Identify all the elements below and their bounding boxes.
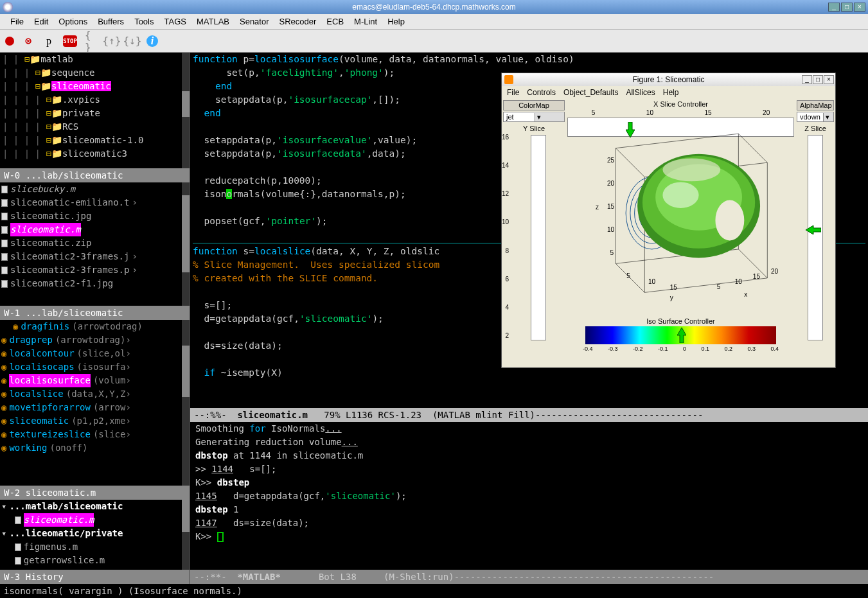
matlab-shell[interactable]: Smoothing for IsoNormals...Generating re…: [190, 422, 868, 570]
tree-item[interactable]: | | | ⊟📁sequence: [0, 66, 190, 80]
shell-line: K>> dbstep: [195, 476, 863, 489]
menu-help[interactable]: Help: [382, 15, 410, 28]
function-item[interactable]: ◉movetipforarrow (arrow›: [0, 401, 190, 414]
fig-maximize-button[interactable]: □: [813, 75, 823, 84]
function-item[interactable]: ◉localisosurface (volum›: [0, 374, 190, 387]
menu-srecoder[interactable]: SRecoder: [274, 15, 322, 28]
scrollbar[interactable]: [182, 500, 190, 570]
tree-item[interactable]: | | ⊟📁matlab: [0, 53, 190, 66]
function-item[interactable]: ◉textureizeslice (slice›: [0, 428, 190, 441]
shell-line: K>>: [195, 530, 863, 543]
file-item[interactable]: slicebucky.m: [0, 182, 190, 196]
file-item[interactable]: sliceomatic-emiliano.t›: [0, 196, 190, 209]
fig-minimize-button[interactable]: _: [802, 75, 812, 84]
svg-text:10: 10: [607, 226, 615, 233]
menu-tools[interactable]: Tools: [129, 15, 159, 28]
tree-item[interactable]: | | | ⊟📁sliceomatic: [0, 80, 190, 93]
scrollbar[interactable]: [182, 53, 190, 168]
file-item[interactable]: sliceomatic2-3frames.p›: [0, 263, 190, 277]
function-item[interactable]: ◉working (onoff): [0, 441, 190, 455]
braces-up-icon[interactable]: {↑}: [105, 35, 118, 48]
chevron-down-icon: ▾: [535, 113, 565, 121]
tree-item[interactable]: | | | | ⊟📁sliceomatic-1.0: [0, 134, 190, 147]
file-icon: [15, 557, 21, 565]
file-item[interactable]: sliceomatic2-f1.jpg: [0, 277, 190, 290]
file-icon: [1, 280, 8, 288]
file-icon: [15, 543, 21, 551]
maximize-button[interactable]: □: [841, 3, 853, 12]
menu-options[interactable]: Options: [53, 15, 93, 28]
axes-3d[interactable]: 25 20 15 10 5 z 51015 y 5101520 x: [572, 125, 789, 316]
file-item[interactable]: sliceomatic.jpg: [0, 209, 190, 223]
buffer-item[interactable]: getarrowslice.m: [0, 554, 190, 567]
menu-buffers[interactable]: Buffers: [93, 15, 129, 28]
modeline-w1: W-1 ...lab/sliceomatic: [0, 306, 190, 320]
figure-window[interactable]: Figure 1: Sliceomatic _ □ × File Control…: [501, 73, 836, 368]
scrollbar[interactable]: [182, 182, 190, 306]
minimize-button[interactable]: _: [828, 3, 840, 12]
menu-edit[interactable]: Edit: [29, 15, 53, 28]
menu-matlab[interactable]: MATLAB: [191, 15, 235, 28]
function-item[interactable]: ◉localslice (data,X,Y,Z›: [0, 387, 190, 401]
shell-line: dbstop at 1144 in sliceomatic.m: [195, 449, 863, 462]
fig-menu-controls[interactable]: Controls: [527, 88, 556, 97]
info-icon[interactable]: i: [146, 35, 158, 47]
fig-menu-file[interactable]: File: [507, 88, 519, 97]
fig-menu-defaults[interactable]: Object_Defaults: [563, 88, 618, 97]
svg-text:5: 5: [610, 249, 614, 256]
y-slice-slider[interactable]: [531, 135, 546, 340]
buffer-item[interactable]: ▾...matlab/sliceomatic: [0, 500, 190, 513]
colormap-label: ColorMap: [503, 100, 565, 110]
svg-text:20: 20: [607, 180, 615, 187]
tree-item[interactable]: | | | | ⊟📁private: [0, 107, 190, 120]
function-item[interactable]: ◉dragfinis (arrowtodrag): [0, 320, 190, 333]
iso-slider[interactable]: [585, 326, 776, 344]
tree-item[interactable]: | | | | ⊟📁.xvpics: [0, 93, 190, 107]
buffer-item[interactable]: ▾...liceomatic/private: [0, 527, 190, 540]
y-slice-label: Y Slice: [502, 123, 566, 134]
file-item[interactable]: sliceomatic2-3frames.j›: [0, 250, 190, 263]
buffer-item[interactable]: figmenus.m: [0, 540, 190, 554]
file-item[interactable]: sliceomatic.zip: [0, 236, 190, 250]
function-item[interactable]: ◉localisocaps (isosurfa›: [0, 360, 190, 374]
alphamap-dropdown[interactable]: vdown▾: [797, 112, 834, 122]
function-item[interactable]: ◉localcontour (slice,ol›: [0, 347, 190, 360]
close-button[interactable]: ×: [854, 3, 865, 12]
colormap-dropdown[interactable]: jet▾: [503, 112, 565, 122]
tree-item[interactable]: | | | | ⊟📁RCS: [0, 120, 190, 134]
app-icon: [3, 2, 13, 12]
braces-icon[interactable]: { }: [85, 35, 98, 48]
record-icon[interactable]: [5, 37, 14, 46]
svg-text:15: 15: [670, 284, 678, 291]
z-slice-slider[interactable]: [808, 135, 823, 340]
menu-file[interactable]: File: [5, 15, 29, 28]
slider-arrow-icon[interactable]: [677, 328, 686, 345]
menu-ecb[interactable]: ECB: [321, 15, 349, 28]
svg-text:20: 20: [771, 268, 779, 275]
stop-icon[interactable]: STOP: [63, 35, 77, 47]
menu-mlint[interactable]: M-Lint: [349, 15, 382, 28]
file-icon: [1, 240, 8, 247]
buffer-item[interactable]: sliceomatic.m: [0, 513, 190, 527]
slider-arrow-icon[interactable]: [806, 225, 821, 236]
fig-menu-allslices[interactable]: AllSlices: [626, 88, 655, 97]
fig-close-button[interactable]: ×: [824, 75, 834, 84]
braces-down-icon[interactable]: {↓}: [126, 35, 139, 48]
menubar: File Edit Options Buffers Tools TAGS MAT…: [0, 14, 868, 30]
function-item[interactable]: ◉sliceomatic (p1,p2,xme›: [0, 414, 190, 428]
menu-senator[interactable]: Senator: [235, 15, 274, 28]
scrollbar[interactable]: [182, 320, 190, 486]
cancel-icon[interactable]: ⊗: [22, 35, 35, 48]
code-modeline: --:%%- sliceomatic.m 79% L1136 RCS-1.23 …: [190, 408, 868, 422]
p-icon[interactable]: p: [42, 35, 55, 48]
tree-item[interactable]: | | | | ⊟📁sliceomatic3: [0, 147, 190, 161]
menu-tags[interactable]: TAGS: [159, 15, 191, 28]
file-item[interactable]: sliceomatic.m: [0, 223, 190, 236]
ecb-directories: | | ⊟📁matlab| | | ⊟📁sequence| | | ⊟📁slic…: [0, 53, 190, 168]
minibuffer[interactable]: isonormals( varargin ) (Isosurface norma…: [0, 584, 868, 598]
chevron-down-icon: ▾: [823, 113, 833, 121]
figure-titlebar[interactable]: Figure 1: Sliceomatic _ □ ×: [502, 73, 835, 86]
fig-menu-help[interactable]: Help: [663, 88, 679, 97]
function-item[interactable]: ◉dragprep (arrowtodrag)›: [0, 333, 190, 347]
shell-line: dbstep 1: [195, 503, 863, 516]
